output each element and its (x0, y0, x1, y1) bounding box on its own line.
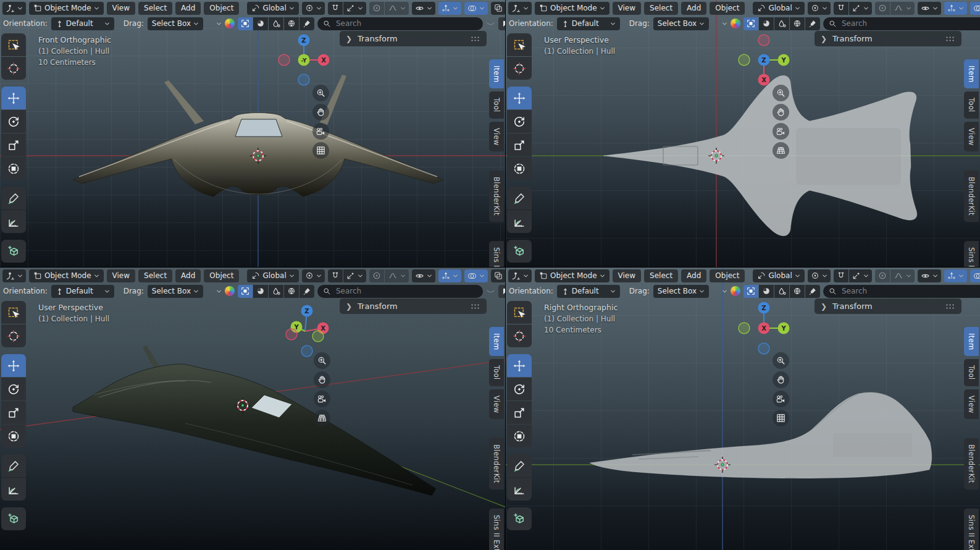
tool-move[interactable] (507, 354, 532, 377)
tab-tool[interactable]: Tool (964, 91, 979, 119)
proportional-editing-toggle[interactable] (875, 2, 890, 15)
tool-move[interactable] (1, 354, 26, 377)
tool-annotate[interactable] (1, 454, 26, 477)
tab-item[interactable]: Item (964, 327, 979, 356)
tool-measure[interactable] (1, 210, 26, 233)
show-overlays-toggle[interactable] (970, 2, 980, 15)
asset-type-brushes-button[interactable] (299, 17, 314, 30)
menu-select[interactable]: Select (138, 269, 172, 282)
tab-blenderkit[interactable]: BlenderKit (964, 171, 979, 222)
snap-target-dropdown[interactable] (343, 269, 366, 282)
mode-dropdown[interactable]: Object Mode (535, 2, 609, 15)
menu-object[interactable]: Object (710, 2, 745, 15)
bookmarks-button[interactable] (498, 285, 505, 298)
drag-dropdown[interactable]: Select Box (653, 285, 709, 298)
tab-view[interactable]: View (964, 389, 979, 420)
tool-scale[interactable] (1, 401, 26, 424)
pan-button[interactable] (314, 371, 330, 388)
tab-blenderkit[interactable]: BlenderKit (489, 438, 504, 489)
tab-tool[interactable]: Tool (489, 359, 504, 386)
proportional-editing-toggle[interactable] (875, 269, 890, 282)
transform-orientation-dropdown[interactable]: Global (247, 2, 298, 15)
transform-orientation-dropdown[interactable]: Global (753, 269, 804, 282)
pan-button[interactable] (312, 104, 329, 121)
tool-transform[interactable] (507, 425, 532, 447)
editor-type-button[interactable] (508, 2, 532, 15)
menu-object[interactable]: Object (204, 2, 239, 15)
tool-add-cube[interactable] (507, 240, 532, 263)
tool-rotate[interactable] (1, 378, 26, 400)
tab-blenderkit[interactable]: BlenderKit (489, 171, 504, 222)
tool-3d-cursor[interactable] (1, 324, 26, 347)
mode-dropdown[interactable]: Object Mode (29, 2, 104, 15)
tool-measure[interactable] (1, 478, 26, 501)
tab-view[interactable]: View (489, 389, 504, 420)
zoom-button[interactable] (773, 352, 789, 369)
ratings-curve-icon[interactable] (486, 21, 495, 27)
zoom-button[interactable] (773, 85, 789, 101)
tool-settings-chevron-icon[interactable] (216, 21, 222, 27)
orientation-default-dropdown[interactable]: Default (51, 17, 114, 30)
tab-item[interactable]: Item (489, 327, 504, 356)
drag-dropdown[interactable]: Select Box (148, 285, 203, 298)
xray-toggle[interactable] (491, 269, 505, 282)
asset-type-materials-button[interactable] (253, 285, 268, 298)
menu-select[interactable]: Select (644, 269, 678, 282)
tool-rotate[interactable] (507, 378, 532, 400)
asset-type-brushes-button[interactable] (805, 285, 820, 298)
pivot-point-dropdown[interactable] (302, 269, 325, 282)
asset-type-scenes-button[interactable] (269, 285, 283, 298)
tool-add-cube[interactable] (507, 507, 532, 530)
asset-type-hdr-button[interactable] (284, 285, 299, 298)
tool-transform[interactable] (1, 425, 26, 447)
tool-select-box[interactable] (507, 301, 532, 324)
asset-type-models-button[interactable] (238, 17, 253, 30)
orientation-default-dropdown[interactable]: Default (557, 17, 620, 30)
tool-3d-cursor[interactable] (1, 57, 26, 80)
snap-target-dropdown[interactable] (849, 269, 872, 282)
editor-type-button[interactable] (2, 269, 26, 282)
search-input[interactable] (840, 286, 980, 296)
show-overlays-toggle[interactable] (464, 269, 488, 282)
tab-item[interactable]: Item (489, 59, 504, 88)
tool-scale[interactable] (507, 401, 532, 424)
show-gizmos-toggle[interactable] (944, 2, 967, 15)
projection-toggle-button[interactable] (312, 142, 329, 159)
mode-dropdown[interactable]: Object Mode (29, 269, 104, 282)
tool-rotate[interactable] (507, 110, 532, 133)
menu-add[interactable]: Add (681, 2, 706, 15)
search-input[interactable] (335, 19, 477, 28)
panel-grip-icon[interactable] (945, 303, 955, 309)
pan-button[interactable] (773, 371, 789, 388)
snap-toggle[interactable] (328, 2, 343, 15)
asset-type-models-button[interactable] (743, 285, 758, 298)
tool-rotate[interactable] (1, 110, 26, 133)
orientation-default-dropdown[interactable]: Default (557, 285, 620, 298)
snap-target-dropdown[interactable] (343, 2, 366, 15)
tool-move[interactable] (1, 87, 26, 109)
tool-add-cube[interactable] (1, 240, 26, 263)
proportional-editing-toggle[interactable] (369, 2, 384, 15)
asset-type-scenes-button[interactable] (774, 17, 789, 30)
tab-tool[interactable]: Tool (489, 91, 504, 119)
menu-view[interactable]: View (613, 2, 641, 15)
tool-settings-chevron-icon[interactable] (216, 289, 222, 294)
tab-blenderkit[interactable]: BlenderKit (964, 438, 979, 489)
tool-select-box[interactable] (1, 33, 26, 56)
tool-measure[interactable] (507, 210, 532, 233)
asset-type-brushes-button[interactable] (299, 285, 314, 298)
tool-select-box[interactable] (1, 301, 26, 324)
asset-type-materials-button[interactable] (253, 17, 268, 30)
projection-toggle-button[interactable] (773, 142, 789, 159)
show-gizmos-toggle[interactable] (438, 2, 461, 15)
tab-sins-ii-extension[interactable]: Sins II Extension (964, 241, 979, 267)
snap-toggle[interactable] (328, 269, 343, 282)
tool-settings-chevron-icon[interactable] (722, 21, 727, 27)
panel-grip-icon[interactable] (471, 303, 480, 309)
drag-dropdown[interactable]: Select Box (653, 17, 709, 30)
asset-type-scenes-button[interactable] (774, 285, 789, 298)
asset-type-models-button[interactable] (743, 17, 758, 30)
tool-measure[interactable] (507, 478, 532, 501)
editor-type-button[interactable] (2, 2, 26, 15)
panel-grip-icon[interactable] (945, 36, 955, 41)
